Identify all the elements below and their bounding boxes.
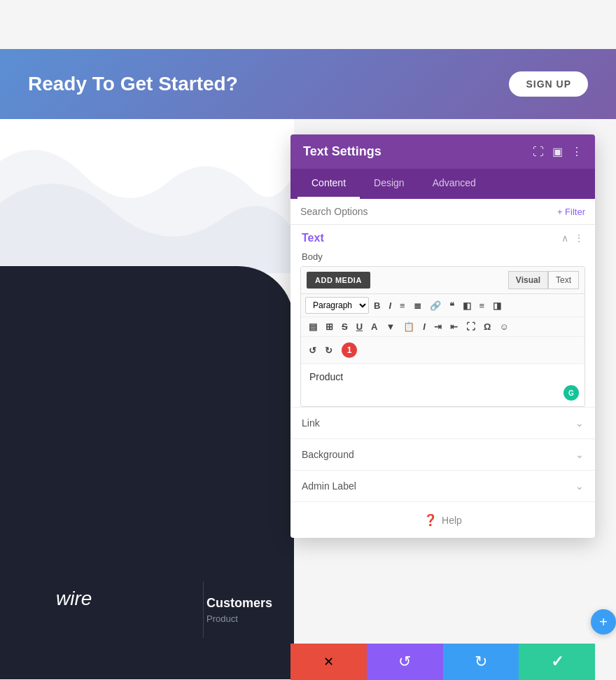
undo-editor-button[interactable]: ↺ (305, 344, 320, 357)
step-badge: 1 (342, 342, 357, 358)
font-color-btn[interactable]: ▼ (382, 320, 398, 333)
align-left-button[interactable]: ◧ (459, 299, 475, 312)
background-chevron-icon: ⌄ (575, 449, 584, 460)
link-chevron-icon: ⌄ (575, 417, 584, 429)
customers-section: Customers Product (206, 596, 272, 624)
redo-icon: ↻ (475, 653, 487, 671)
redo-button[interactable]: ↻ (443, 644, 519, 680)
editor-top-bar: ADD MEDIA Visual Text (301, 267, 584, 294)
link-button[interactable]: 🔗 (426, 299, 444, 312)
outdent-button[interactable]: ⇤ (447, 320, 461, 333)
indent-button[interactable]: ⇥ (430, 320, 445, 333)
customers-label: Customers (206, 596, 272, 611)
editor-area: ADD MEDIA Visual Text Paragraph B I ≡ ≣ … (300, 266, 585, 407)
search-input[interactable] (300, 206, 557, 217)
grammarly-icon: G (564, 385, 579, 401)
link-section[interactable]: Link ⌄ (290, 407, 595, 438)
add-media-button[interactable]: ADD MEDIA (307, 272, 370, 289)
plus-button[interactable]: + (591, 609, 616, 634)
collapse-icon[interactable]: ∧ (561, 233, 568, 244)
wave-area (0, 119, 294, 273)
action-bar: ✕ ↺ ↻ ✓ (290, 644, 595, 680)
background-section[interactable]: Background ⌄ (290, 438, 595, 470)
paragraph-select[interactable]: Paragraph (305, 297, 369, 314)
help-circle-icon: ❓ (424, 513, 438, 527)
unordered-list-button[interactable]: ≡ (396, 299, 409, 312)
signup-button[interactable]: SIGN UP (509, 71, 588, 97)
underline-button[interactable]: U (353, 320, 366, 333)
bold-button[interactable]: B (370, 299, 384, 312)
logo: wire (56, 588, 92, 610)
paste-text-button[interactable]: 📋 (400, 320, 418, 333)
panel-title: Text Settings (303, 144, 382, 159)
visual-text-toggle: Visual Text (508, 271, 579, 289)
tab-design[interactable]: Design (360, 169, 419, 199)
redo-editor-button[interactable]: ↻ (321, 344, 336, 357)
section-actions: ∧ ⋮ (561, 233, 584, 244)
cancel-button[interactable]: ✕ (290, 644, 367, 680)
italic-button[interactable]: I (385, 299, 395, 312)
blockquote-button[interactable]: ❝ (446, 299, 458, 312)
text-button[interactable]: Text (548, 271, 579, 289)
footer-divider (203, 582, 204, 638)
admin-chevron-icon: ⌄ (575, 480, 584, 492)
section-more-icon[interactable]: ⋮ (574, 233, 584, 244)
save-button[interactable]: ✓ (519, 644, 595, 680)
emoji-button[interactable]: ☺ (496, 320, 512, 333)
body-label: Body (290, 249, 595, 266)
link-label: Link (302, 417, 320, 429)
panel-content: + Filter Text ∧ ⋮ Body ADD MEDIA Visual … (290, 199, 595, 538)
admin-label: Admin Label (302, 480, 356, 492)
panel-tabs: Content Design Advanced (290, 169, 595, 199)
save-icon: ✓ (551, 653, 564, 671)
background-label: Background (302, 449, 354, 460)
text-settings-panel: Text Settings ⛶ ▣ ⋮ Content Design Advan… (290, 134, 595, 538)
more-icon[interactable]: ⋮ (571, 145, 582, 158)
tab-advanced[interactable]: Advanced (419, 169, 490, 199)
columns-icon[interactable]: ▣ (552, 145, 563, 158)
section-title: Text (302, 232, 324, 244)
undo-icon: ↺ (398, 653, 411, 671)
editor-content[interactable]: Product G (301, 364, 584, 406)
undo-button[interactable]: ↺ (367, 644, 443, 680)
visual-button[interactable]: Visual (508, 271, 548, 289)
italic2-button[interactable]: I (419, 320, 429, 333)
banner-title: Ready To Get Started? (28, 73, 238, 95)
toolbar-row-3: ↺ ↻ 1 (301, 337, 584, 364)
table-button[interactable]: ⊞ (322, 320, 337, 333)
editor-text: Product (309, 371, 343, 382)
top-banner: Ready To Get Started? SIGN UP (0, 49, 616, 119)
fullscreen-button[interactable]: ⛶ (463, 320, 479, 333)
cancel-icon: ✕ (323, 654, 334, 669)
product-label: Product (206, 613, 272, 624)
help-label: Help (442, 515, 462, 526)
align-full-button[interactable]: ▤ (305, 320, 321, 333)
toolbar-row-1: Paragraph B I ≡ ≣ 🔗 ❝ ◧ ≡ ◨ (301, 294, 584, 317)
align-center-button[interactable]: ≡ (476, 299, 489, 312)
search-bar: + Filter (290, 199, 595, 225)
help-section: ❓ Help (290, 501, 595, 538)
panel-header: Text Settings ⛶ ▣ ⋮ (290, 134, 595, 169)
panel-header-icons: ⛶ ▣ ⋮ (533, 145, 582, 158)
section-header: Text ∧ ⋮ (290, 225, 595, 249)
special-chars-button[interactable]: Ω (480, 320, 494, 333)
expand-icon[interactable]: ⛶ (533, 146, 544, 158)
filter-button[interactable]: + Filter (557, 207, 585, 217)
toolbar-row-2: ▤ ⊞ S U A ▼ 📋 I ⇥ ⇤ ⛶ Ω ☺ (301, 317, 584, 337)
ordered-list-button[interactable]: ≣ (410, 299, 425, 312)
help-button[interactable]: ❓ Help (302, 513, 584, 527)
tab-content[interactable]: Content (298, 169, 360, 199)
align-right-button[interactable]: ◨ (489, 299, 505, 312)
admin-label-section[interactable]: Admin Label ⌄ (290, 470, 595, 501)
color-button[interactable]: A (368, 320, 381, 333)
strikethrough-button[interactable]: S (338, 320, 351, 333)
